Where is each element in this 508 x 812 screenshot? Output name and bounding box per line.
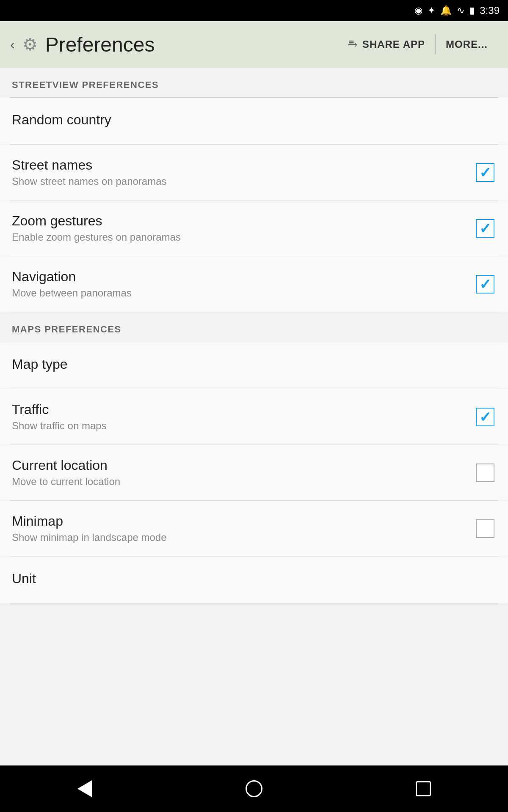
battery-icon: ▮ [469,5,475,16]
more-label: MORE... [446,38,488,50]
gear-icon: ⚙ [22,35,38,54]
pref-subtitle-traffic: Show traffic on maps [12,420,474,432]
bluetooth-icon: ✦ [428,5,435,16]
maps-section-header: MAPS PREFERENCES [0,312,508,342]
page-title: Preferences [45,33,155,56]
pref-text-map-type: Map type [12,357,496,375]
recents-nav-button[interactable] [402,776,444,801]
checkbox-navigation[interactable] [476,275,494,294]
checkbox-container-zoom-gestures [474,217,496,239]
pref-title-map-type: Map type [12,357,496,372]
checkbox-container-minimap [474,518,496,540]
pref-title-street-names: Street names [12,157,474,173]
pref-subtitle-current-location: Move to current location [12,476,474,488]
location-icon: ◉ [414,5,422,16]
mute-icon: 🔔 [440,5,452,16]
back-icon[interactable]: ‹ [10,37,15,52]
home-nav-icon [246,780,262,797]
back-nav-button[interactable] [64,776,106,801]
checkbox-current-location[interactable] [476,464,494,482]
status-icons: ◉ ✦ 🔔 ∿ ▮ 3:39 [414,5,500,16]
pref-subtitle-minimap: Show minimap in landscape mode [12,532,474,543]
share-app-label: SHARE APP [362,38,425,50]
wifi-icon: ∿ [457,5,464,16]
pref-item-navigation[interactable]: Navigation Move between panoramas [0,256,508,312]
share-app-button[interactable]: ⥱ SHARE APP [337,33,435,56]
maps-section-title: MAPS PREFERENCES [12,324,121,335]
app-bar: ‹ ⚙ Preferences ⥱ SHARE APP MORE... [0,21,508,68]
share-icon: ⥱ [348,38,357,52]
pref-subtitle-street-names: Show street names on panoramas [12,176,474,187]
recents-nav-icon [416,781,431,796]
more-button[interactable]: MORE... [436,34,498,55]
pref-text-minimap: Minimap Show minimap in landscape mode [12,513,474,543]
pref-subtitle-zoom-gestures: Enable zoom gestures on panoramas [12,231,474,243]
app-bar-left: ‹ ⚙ Preferences [10,33,337,56]
divider-unit [10,603,498,604]
pref-item-minimap[interactable]: Minimap Show minimap in landscape mode [0,501,508,556]
pref-item-map-type[interactable]: Map type [0,342,508,389]
pref-subtitle-navigation: Move between panoramas [12,287,474,299]
pref-title-navigation: Navigation [12,269,474,285]
checkbox-street-names[interactable] [476,163,494,182]
checkbox-traffic[interactable] [476,408,494,426]
checkbox-container-navigation [474,273,496,295]
pref-item-unit[interactable]: Unit [0,557,508,603]
pref-title-traffic: Traffic [12,402,474,417]
checkbox-container-traffic [474,406,496,428]
pref-item-traffic[interactable]: Traffic Show traffic on maps [0,389,508,444]
pref-text-street-names: Street names Show street names on panora… [12,157,474,187]
pref-text-unit: Unit [12,571,496,589]
home-nav-button[interactable] [233,776,275,801]
pref-title-zoom-gestures: Zoom gestures [12,213,474,229]
streetview-section-title: STREETVIEW PREFERENCES [12,80,159,90]
pref-title-minimap: Minimap [12,513,474,529]
pref-title-unit: Unit [12,571,496,587]
pref-title-random-country: Random country [12,112,496,128]
checkbox-container-current-location [474,462,496,484]
pref-text-traffic: Traffic Show traffic on maps [12,402,474,432]
checkbox-container-street-names [474,162,496,184]
pref-title-current-location: Current location [12,458,474,473]
pref-item-current-location[interactable]: Current location Move to current locatio… [0,445,508,500]
status-bar: ◉ ✦ 🔔 ∿ ▮ 3:39 [0,0,508,21]
pref-item-zoom-gestures[interactable]: Zoom gestures Enable zoom gestures on pa… [0,200,508,256]
content-area: STREETVIEW PREFERENCES Random country St… [0,68,508,765]
app-bar-right: ⥱ SHARE APP MORE... [337,33,498,56]
pref-text-random-country: Random country [12,112,496,130]
status-time: 3:39 [480,5,500,16]
pref-item-street-names[interactable]: Street names Show street names on panora… [0,145,508,200]
pref-text-navigation: Navigation Move between panoramas [12,269,474,299]
checkbox-zoom-gestures[interactable] [476,219,494,238]
streetview-section-header: STREETVIEW PREFERENCES [0,68,508,97]
pref-text-zoom-gestures: Zoom gestures Enable zoom gestures on pa… [12,213,474,243]
checkbox-minimap[interactable] [476,519,494,538]
pref-text-current-location: Current location Move to current locatio… [12,458,474,488]
back-nav-icon [77,780,92,797]
bottom-nav [0,765,508,812]
pref-item-random-country[interactable]: Random country [0,98,508,144]
